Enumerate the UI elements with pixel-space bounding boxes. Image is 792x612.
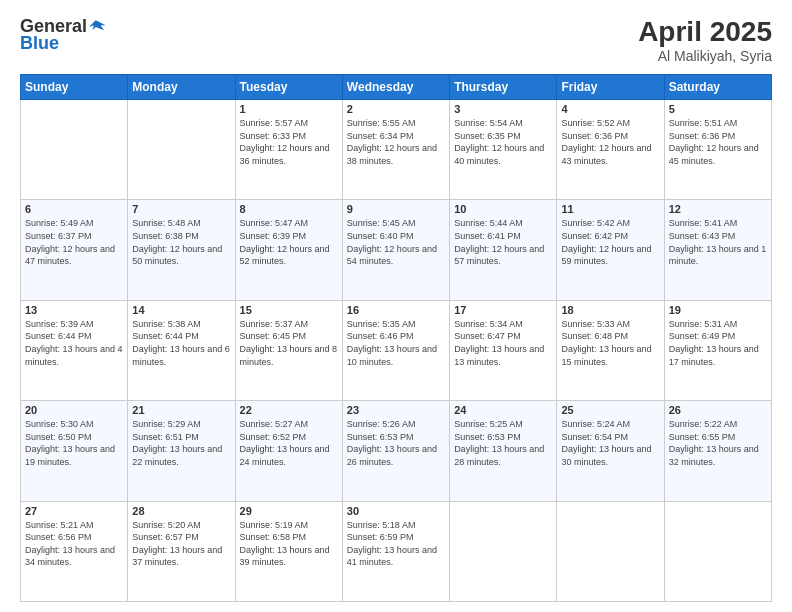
col-friday: Friday [557,75,664,100]
calendar-cell-w1-d3: 1Sunrise: 5:57 AMSunset: 6:33 PMDaylight… [235,100,342,200]
col-thursday: Thursday [450,75,557,100]
day-info: Sunrise: 5:54 AMSunset: 6:35 PMDaylight:… [454,117,552,167]
month-title: April 2025 [638,16,772,48]
day-number: 15 [240,304,338,316]
day-number: 29 [240,505,338,517]
day-number: 20 [25,404,123,416]
day-number: 23 [347,404,445,416]
calendar-cell-w2-d3: 8Sunrise: 5:47 AMSunset: 6:39 PMDaylight… [235,200,342,300]
calendar-cell-w1-d4: 2Sunrise: 5:55 AMSunset: 6:34 PMDaylight… [342,100,449,200]
calendar-cell-w2-d7: 12Sunrise: 5:41 AMSunset: 6:43 PMDayligh… [664,200,771,300]
day-info: Sunrise: 5:30 AMSunset: 6:50 PMDaylight:… [25,418,123,468]
day-number: 17 [454,304,552,316]
day-info: Sunrise: 5:25 AMSunset: 6:53 PMDaylight:… [454,418,552,468]
calendar-header-row: Sunday Monday Tuesday Wednesday Thursday… [21,75,772,100]
calendar-week-4: 20Sunrise: 5:30 AMSunset: 6:50 PMDayligh… [21,401,772,501]
day-info: Sunrise: 5:39 AMSunset: 6:44 PMDaylight:… [25,318,123,368]
day-info: Sunrise: 5:22 AMSunset: 6:55 PMDaylight:… [669,418,767,468]
day-number: 2 [347,103,445,115]
day-number: 21 [132,404,230,416]
calendar-cell-w3-d1: 13Sunrise: 5:39 AMSunset: 6:44 PMDayligh… [21,300,128,400]
calendar-week-1: 1Sunrise: 5:57 AMSunset: 6:33 PMDaylight… [21,100,772,200]
calendar-cell-w3-d2: 14Sunrise: 5:38 AMSunset: 6:44 PMDayligh… [128,300,235,400]
day-number: 13 [25,304,123,316]
day-number: 18 [561,304,659,316]
day-number: 30 [347,505,445,517]
calendar-cell-w4-d3: 22Sunrise: 5:27 AMSunset: 6:52 PMDayligh… [235,401,342,501]
day-info: Sunrise: 5:29 AMSunset: 6:51 PMDaylight:… [132,418,230,468]
day-number: 7 [132,203,230,215]
day-number: 5 [669,103,767,115]
day-number: 12 [669,203,767,215]
day-info: Sunrise: 5:27 AMSunset: 6:52 PMDaylight:… [240,418,338,468]
day-info: Sunrise: 5:48 AMSunset: 6:38 PMDaylight:… [132,217,230,267]
logo-blue-text: Blue [20,33,59,54]
day-number: 8 [240,203,338,215]
day-info: Sunrise: 5:57 AMSunset: 6:33 PMDaylight:… [240,117,338,167]
day-number: 22 [240,404,338,416]
svg-marker-0 [89,20,106,30]
day-number: 28 [132,505,230,517]
day-info: Sunrise: 5:41 AMSunset: 6:43 PMDaylight:… [669,217,767,267]
logo: General Blue [20,16,109,54]
calendar-cell-w3-d5: 17Sunrise: 5:34 AMSunset: 6:47 PMDayligh… [450,300,557,400]
page: General Blue April 2025 Al Malikiyah, Sy… [0,0,792,612]
day-number: 9 [347,203,445,215]
calendar-week-3: 13Sunrise: 5:39 AMSunset: 6:44 PMDayligh… [21,300,772,400]
calendar-cell-w2-d4: 9Sunrise: 5:45 AMSunset: 6:40 PMDaylight… [342,200,449,300]
calendar-cell-w1-d5: 3Sunrise: 5:54 AMSunset: 6:35 PMDaylight… [450,100,557,200]
day-info: Sunrise: 5:49 AMSunset: 6:37 PMDaylight:… [25,217,123,267]
day-number: 1 [240,103,338,115]
calendar-cell-w1-d2 [128,100,235,200]
day-info: Sunrise: 5:21 AMSunset: 6:56 PMDaylight:… [25,519,123,569]
calendar-cell-w2-d2: 7Sunrise: 5:48 AMSunset: 6:38 PMDaylight… [128,200,235,300]
header: General Blue April 2025 Al Malikiyah, Sy… [20,16,772,64]
day-number: 25 [561,404,659,416]
day-number: 10 [454,203,552,215]
day-info: Sunrise: 5:34 AMSunset: 6:47 PMDaylight:… [454,318,552,368]
calendar-cell-w5-d7 [664,501,771,601]
day-number: 6 [25,203,123,215]
col-sunday: Sunday [21,75,128,100]
day-number: 11 [561,203,659,215]
day-info: Sunrise: 5:19 AMSunset: 6:58 PMDaylight:… [240,519,338,569]
day-info: Sunrise: 5:26 AMSunset: 6:53 PMDaylight:… [347,418,445,468]
day-info: Sunrise: 5:37 AMSunset: 6:45 PMDaylight:… [240,318,338,368]
calendar-cell-w5-d5 [450,501,557,601]
title-block: April 2025 Al Malikiyah, Syria [638,16,772,64]
col-saturday: Saturday [664,75,771,100]
day-info: Sunrise: 5:18 AMSunset: 6:59 PMDaylight:… [347,519,445,569]
location-subtitle: Al Malikiyah, Syria [638,48,772,64]
calendar-cell-w2-d5: 10Sunrise: 5:44 AMSunset: 6:41 PMDayligh… [450,200,557,300]
calendar-cell-w1-d6: 4Sunrise: 5:52 AMSunset: 6:36 PMDaylight… [557,100,664,200]
day-number: 16 [347,304,445,316]
day-number: 14 [132,304,230,316]
col-wednesday: Wednesday [342,75,449,100]
day-info: Sunrise: 5:20 AMSunset: 6:57 PMDaylight:… [132,519,230,569]
day-number: 27 [25,505,123,517]
calendar-cell-w2-d1: 6Sunrise: 5:49 AMSunset: 6:37 PMDaylight… [21,200,128,300]
day-info: Sunrise: 5:55 AMSunset: 6:34 PMDaylight:… [347,117,445,167]
calendar-cell-w4-d6: 25Sunrise: 5:24 AMSunset: 6:54 PMDayligh… [557,401,664,501]
day-info: Sunrise: 5:31 AMSunset: 6:49 PMDaylight:… [669,318,767,368]
day-info: Sunrise: 5:38 AMSunset: 6:44 PMDaylight:… [132,318,230,368]
calendar-cell-w5-d1: 27Sunrise: 5:21 AMSunset: 6:56 PMDayligh… [21,501,128,601]
day-info: Sunrise: 5:33 AMSunset: 6:48 PMDaylight:… [561,318,659,368]
day-info: Sunrise: 5:47 AMSunset: 6:39 PMDaylight:… [240,217,338,267]
day-number: 4 [561,103,659,115]
calendar-week-5: 27Sunrise: 5:21 AMSunset: 6:56 PMDayligh… [21,501,772,601]
logo-bird-icon [89,17,109,37]
calendar-cell-w1-d1 [21,100,128,200]
col-monday: Monday [128,75,235,100]
calendar-cell-w3-d3: 15Sunrise: 5:37 AMSunset: 6:45 PMDayligh… [235,300,342,400]
calendar-cell-w4-d4: 23Sunrise: 5:26 AMSunset: 6:53 PMDayligh… [342,401,449,501]
calendar-cell-w4-d7: 26Sunrise: 5:22 AMSunset: 6:55 PMDayligh… [664,401,771,501]
day-number: 19 [669,304,767,316]
calendar-cell-w5-d3: 29Sunrise: 5:19 AMSunset: 6:58 PMDayligh… [235,501,342,601]
calendar-cell-w3-d7: 19Sunrise: 5:31 AMSunset: 6:49 PMDayligh… [664,300,771,400]
day-number: 3 [454,103,552,115]
calendar-week-2: 6Sunrise: 5:49 AMSunset: 6:37 PMDaylight… [21,200,772,300]
day-info: Sunrise: 5:45 AMSunset: 6:40 PMDaylight:… [347,217,445,267]
calendar-cell-w5-d4: 30Sunrise: 5:18 AMSunset: 6:59 PMDayligh… [342,501,449,601]
day-number: 24 [454,404,552,416]
